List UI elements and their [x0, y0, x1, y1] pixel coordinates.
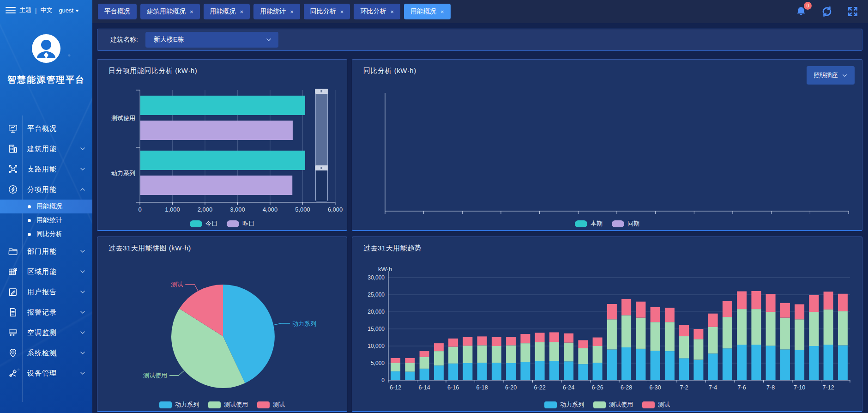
- svg-text:25,000: 25,000: [368, 292, 385, 298]
- svg-text:7-8: 7-8: [766, 384, 775, 391]
- legend-item[interactable]: 昨日: [227, 219, 254, 228]
- notification-badge: 0: [804, 2, 812, 10]
- svg-text:6-22: 6-22: [534, 384, 546, 391]
- legend-label: 今日: [205, 219, 217, 228]
- map-icon: [8, 267, 18, 277]
- legend-label: 昨日: [242, 219, 254, 228]
- user-name: guest: [59, 7, 73, 14]
- tab-6-active[interactable]: 用能概况×: [404, 4, 451, 19]
- legend-item[interactable]: 测试: [257, 401, 285, 409]
- tab-5[interactable]: 环比分析×: [354, 4, 400, 19]
- panel3-legend: 动力系列测试使用测试: [97, 401, 347, 409]
- close-tab-icon[interactable]: ×: [240, 8, 244, 15]
- svg-text:30,000: 30,000: [368, 274, 385, 281]
- sidebar-subitem-label: 同比分析: [36, 230, 62, 238]
- building-select[interactable]: 新大楼E栋: [145, 32, 278, 48]
- legend-item[interactable]: 今日: [190, 219, 217, 228]
- legend-label: 本期: [591, 219, 603, 228]
- fullscreen-button[interactable]: [846, 5, 860, 18]
- chevron-down-icon: [79, 350, 86, 356]
- svg-text:1,000: 1,000: [165, 206, 180, 213]
- sidebar-item-label: 报警记录: [27, 308, 79, 317]
- sidebar-item-label: 用户报告: [27, 288, 79, 297]
- sidebar-item-label: 系统检测: [27, 349, 79, 358]
- svg-text:7-12: 7-12: [823, 384, 834, 391]
- sidebar-item-dept-energy[interactable]: 部门用能: [0, 241, 92, 261]
- legend-item[interactable]: 测试使用: [208, 401, 248, 409]
- sidebar-item-user-report[interactable]: 用户报告: [0, 282, 92, 302]
- sidebar-item-label: 设备管理: [27, 369, 79, 378]
- legend-item[interactable]: 同期: [612, 219, 639, 228]
- svg-text:6-16: 6-16: [447, 384, 459, 391]
- panel2-legend: 本期同期: [352, 219, 862, 228]
- svg-text:5,000: 5,000: [295, 206, 310, 213]
- legend-swatch: [190, 220, 202, 227]
- svg-text:测试: 测试: [171, 281, 183, 288]
- sidebar-item-label: 部门用能: [27, 247, 79, 256]
- sidebar-subitem-label: 用能概况: [36, 202, 62, 211]
- chevron-up-icon: [79, 186, 86, 193]
- legend-swatch: [575, 220, 587, 227]
- sidebar-item-subitem-energy[interactable]: 分项用能: [0, 179, 92, 200]
- pin-icon: [8, 348, 18, 358]
- svg-text:6-18: 6-18: [476, 384, 488, 391]
- close-tab-icon[interactable]: ×: [190, 8, 193, 15]
- close-tab-icon[interactable]: ×: [440, 8, 444, 15]
- sidebar-item-building-energy[interactable]: 建筑用能: [0, 139, 92, 159]
- sidebar-item-branch-energy[interactable]: 支路用能: [0, 159, 92, 179]
- sidebar-item-alarm-records[interactable]: 报警记录: [0, 302, 92, 322]
- branch-icon: [8, 164, 18, 174]
- svg-text:10,000: 10,000: [368, 343, 385, 349]
- svg-text:6-20: 6-20: [505, 384, 517, 391]
- tab-4[interactable]: 同比分析×: [304, 4, 350, 19]
- ac-icon: [8, 328, 18, 338]
- sidebar-subitem-energy-stats[interactable]: 用能统计: [0, 213, 92, 227]
- theme-link[interactable]: 主题: [19, 6, 31, 14]
- legend-item[interactable]: 动力系列: [159, 401, 199, 409]
- tab-1[interactable]: 建筑用能概况×: [140, 4, 200, 19]
- tab-bar: 平台概况建筑用能概况×用能概况×用能统计×同比分析×环比分析×用能概况×: [98, 4, 794, 19]
- hamburger-menu-icon[interactable]: [6, 7, 16, 13]
- tab-3[interactable]: 用能统计×: [253, 4, 300, 19]
- sidebar-item-region-energy[interactable]: 区域用能: [0, 261, 92, 282]
- svg-text:7-6: 7-6: [738, 384, 746, 391]
- panel1-title: 日分项用能同比分析 (kW·h): [108, 67, 197, 75]
- content-area: 建筑名称: 新大楼E栋 日分项用能同比分析 (kW·h) 今日昨日 01,000…: [92, 23, 868, 413]
- legend-swatch: [257, 401, 270, 408]
- tab-label: 用能概况: [210, 7, 236, 16]
- monitor-icon: [8, 123, 18, 134]
- sidebar-item-platform-overview[interactable]: 平台概况: [0, 118, 92, 139]
- sidebar-item-hvac-monitor[interactable]: 空调监测: [0, 322, 92, 343]
- svg-text:7-2: 7-2: [680, 384, 688, 391]
- tab-0[interactable]: 平台概况: [98, 4, 137, 19]
- tab-label: 建筑用能概况: [147, 7, 186, 16]
- close-tab-icon[interactable]: ×: [290, 8, 294, 15]
- tab-label: 平台概况: [104, 7, 130, 16]
- theme-lang-divider: |: [35, 7, 36, 14]
- sidebar-subitem-yoy-analysis[interactable]: 同比分析: [0, 227, 92, 241]
- legend-item[interactable]: 本期: [575, 219, 603, 228]
- refresh-button[interactable]: [820, 5, 834, 18]
- svg-text:测试使用: 测试使用: [143, 372, 167, 379]
- sidebar-subitem-energy-overview[interactable]: 用能概况: [0, 200, 92, 213]
- app-root: 主题 | 中文 guest 智慧能源管理平台 平台概况建筑用能支路用能分项用能用…: [0, 0, 868, 413]
- user-menu[interactable]: guest: [59, 7, 79, 14]
- language-link[interactable]: 中文: [40, 6, 52, 14]
- svg-text:6-28: 6-28: [621, 384, 632, 391]
- chevron-down-icon: [79, 166, 86, 172]
- svg-text:动力系列: 动力系列: [111, 170, 135, 176]
- chevron-down-icon: [79, 146, 86, 152]
- notifications-button[interactable]: 0: [794, 5, 808, 18]
- sidebar-item-device-mgmt[interactable]: 设备管理: [0, 363, 92, 383]
- avatar[interactable]: [31, 33, 61, 64]
- sidebar-item-label: 平台概况: [27, 124, 92, 133]
- close-tab-icon[interactable]: ×: [340, 8, 344, 15]
- svg-text:6-14: 6-14: [419, 384, 430, 391]
- close-tab-icon[interactable]: ×: [390, 8, 394, 15]
- legend-swatch: [227, 220, 239, 227]
- sidebar: 主题 | 中文 guest 智慧能源管理平台 平台概况建筑用能支路用能分项用能用…: [0, 0, 92, 413]
- sidebar-item-system-check[interactable]: 系统检测: [0, 343, 92, 363]
- bolt-icon: [8, 184, 18, 194]
- tab-2[interactable]: 用能概况×: [204, 4, 250, 19]
- svg-text:6-26: 6-26: [592, 384, 603, 391]
